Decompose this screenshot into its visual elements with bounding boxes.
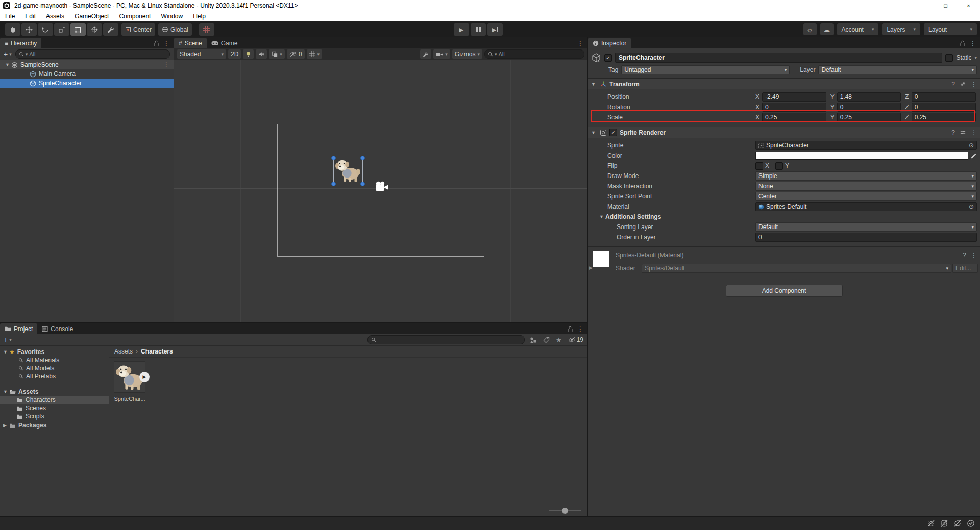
rotation-y-field[interactable]: 0 [837,103,901,112]
material-preview-swatch[interactable] [593,251,609,267]
packages-row[interactable]: ▶ Packages [0,421,109,430]
scene-tools-button[interactable] [420,49,431,59]
status-ok-icon[interactable] [967,519,975,527]
hierarchy-search-input[interactable]: ▾ All [15,49,170,59]
position-x-field[interactable]: -2.49 [762,92,826,102]
sorting-layer-dropdown[interactable]: Default▾ [755,222,977,232]
selection-handle-tr[interactable] [360,156,365,160]
hierarchy-item-spritecharacter[interactable]: SpriteCharacter [0,79,174,88]
scale-y-field[interactable]: 0.25 [837,113,901,122]
audio-toggle-button[interactable] [256,49,267,59]
collab-cloud-button[interactable]: ☁ [820,23,834,35]
kebab-menu-icon[interactable]: ⋮ [577,40,583,47]
filter-by-type-icon[interactable] [530,337,537,343]
mask-interaction-dropdown[interactable]: None▾ [755,182,977,191]
move-tool-button[interactable] [21,23,37,36]
kebab-menu-icon[interactable]: ⋮ [970,40,976,47]
folder-row-characters[interactable]: Characters [0,396,109,404]
scale-tool-button[interactable] [54,23,69,36]
rotate-tool-button[interactable] [38,23,53,36]
foldout-open-icon[interactable]: ▼ [591,82,597,87]
foldout-open-icon[interactable]: ▼ [599,214,605,219]
flip-y-checkbox[interactable] [775,162,783,170]
scene-canvas[interactable] [174,60,587,322]
chevron-down-icon[interactable]: ▾ [9,52,12,57]
scale-x-field[interactable]: 0.25 [762,113,826,122]
presets-icon[interactable] [960,81,966,87]
lighting-toggle-button[interactable] [243,49,254,59]
menu-gameobject[interactable]: GameObject [69,11,114,21]
lock-icon[interactable] [568,326,573,332]
gizmos-dropdown[interactable]: Gizmos ▾ [452,49,482,59]
color-swatch[interactable] [755,152,968,160]
active-checkbox[interactable]: ✓ [604,54,612,62]
eyedropper-icon[interactable] [970,153,977,159]
maximize-button[interactable]: □ [934,0,957,11]
puppy-sprite[interactable] [334,158,361,183]
kebab-menu-icon[interactable]: ⋮ [971,251,977,259]
label-tag-icon[interactable] [543,337,550,343]
position-y-field[interactable]: 1.48 [837,92,901,102]
hierarchy-item-main-camera[interactable]: Main Camera [0,69,174,79]
object-picker-icon[interactable]: ⊙ [969,142,974,149]
help-icon[interactable]: ? [963,251,966,259]
camera-gizmo-icon[interactable] [373,181,389,194]
foldout-closed-icon[interactable]: ▶ [589,265,595,270]
menu-help[interactable]: Help [188,11,211,21]
tab-project[interactable]: Project [0,323,37,334]
project-search-input[interactable] [368,335,525,344]
scene-row[interactable]: ▼ SampleScene ⋮ [0,60,174,69]
thumbnail-size-slider[interactable] [549,508,581,514]
layers-dropdown[interactable]: Layers ▾ [882,23,920,35]
tab-scene[interactable]: # Scene [174,38,207,48]
slider-thumb[interactable] [562,508,568,514]
folder-row-scripts[interactable]: Scripts [0,412,109,420]
layout-dropdown[interactable]: Layout ▾ [924,23,977,35]
create-button[interactable]: + [0,50,9,58]
progress-button[interactable]: ☼ [803,23,817,35]
scene-camera-dropdown[interactable]: ▾ [433,49,450,59]
menu-file[interactable]: File [0,11,20,21]
favorites-row[interactable]: ▼ ★ Favorites [0,348,109,356]
sort-point-dropdown[interactable]: Center▾ [755,192,977,201]
hand-tool-button[interactable] [5,23,20,36]
lock-icon[interactable] [960,40,965,46]
tab-inspector[interactable]: Inspector [588,38,631,48]
kebab-menu-icon[interactable]: ⋮ [163,40,169,47]
space-toggle-button[interactable]: Global [158,23,192,36]
sprite-selection[interactable] [333,158,363,184]
kebab-menu-icon[interactable]: ⋮ [577,325,583,333]
scene-visibility-button[interactable]: 0 [287,49,305,59]
gameobject-cube-icon[interactable] [591,53,601,63]
foldout-open-icon[interactable]: ▼ [3,389,9,394]
effects-dropdown-button[interactable]: ▾ [269,49,285,59]
menu-assets[interactable]: Assets [41,11,69,21]
rect-tool-button[interactable] [70,23,86,36]
folder-row-scenes[interactable]: Scenes [0,404,109,412]
selection-handle-br[interactable] [360,182,365,186]
favorites-item-all-materials[interactable]: All Materials [0,356,109,364]
menu-component[interactable]: Component [114,11,156,21]
kebab-menu-icon[interactable]: ⋮ [971,81,977,88]
foldout-open-icon[interactable]: ▼ [591,130,597,135]
cache-disabled-icon[interactable] [940,519,948,527]
breadcrumb-assets[interactable]: Assets [114,348,133,355]
sprite-renderer-header[interactable]: ▼ ✓ Sprite Renderer ? ⋮ [588,127,980,138]
selection-handle-bl[interactable] [331,182,336,186]
material-object-field[interactable]: Sprites-Default ⊙ [755,202,977,211]
2d-toggle-button[interactable]: 2D [228,49,241,59]
position-z-field[interactable]: 0 [912,92,976,102]
rotation-z-field[interactable]: 0 [912,103,976,112]
favorites-item-all-prefabs[interactable]: All Prefabs [0,372,109,381]
additional-settings-row[interactable]: ▼ Additional Settings [588,212,980,222]
scale-z-field[interactable]: 0.25 [912,113,976,122]
minimize-button[interactable]: ─ [911,0,934,11]
help-icon[interactable]: ? [951,81,955,88]
shading-mode-dropdown[interactable]: Shaded ▾ [177,49,226,59]
foldout-open-icon[interactable]: ▼ [3,349,9,355]
object-name-field[interactable]: SpriteCharacter [615,53,942,63]
transform-header[interactable]: ▼ Transform ? ⋮ [588,78,980,89]
presets-icon[interactable] [960,129,966,136]
debugger-disabled-icon[interactable] [927,519,935,527]
assets-root-row[interactable]: ▼ Assets [0,388,109,396]
